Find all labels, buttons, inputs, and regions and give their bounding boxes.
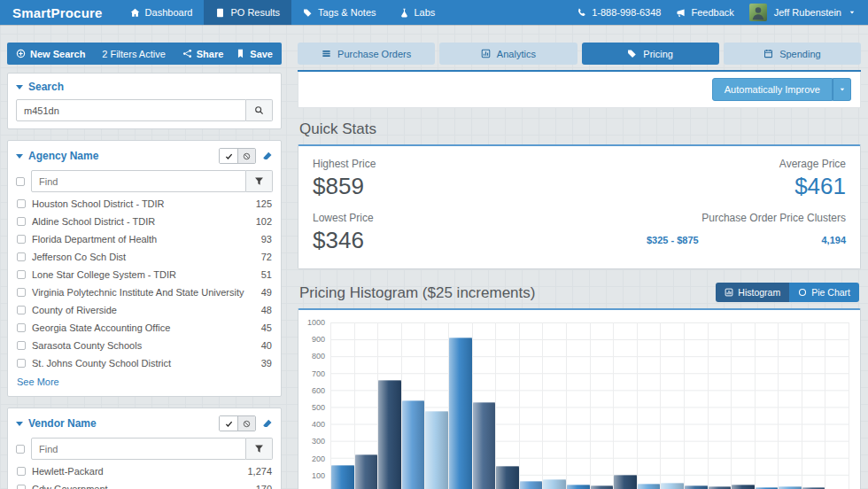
checkbox[interactable] [17, 467, 26, 476]
histogram-bar[interactable] [331, 465, 354, 489]
checkbox[interactable] [17, 341, 26, 350]
tab-spending[interactable]: Spending [724, 43, 861, 65]
checkbox[interactable] [17, 235, 26, 244]
histogram-bar-slot [567, 322, 591, 489]
list-item-count: 170 [256, 484, 272, 489]
list-item[interactable]: Houston School District - TDIR125 [16, 195, 273, 213]
share-label: Share [197, 49, 224, 59]
highest-price-stat: Highest Price $859 [313, 158, 579, 200]
checkbox[interactable] [17, 359, 26, 368]
agency-section-toggle[interactable]: Agency Name [16, 150, 98, 162]
new-search-button[interactable]: New Search [16, 49, 85, 59]
search-section-toggle[interactable]: Search [16, 81, 273, 93]
histogram-bar-slot [355, 322, 379, 489]
checkbox[interactable] [17, 288, 26, 297]
checkbox[interactable] [17, 217, 26, 226]
vendor-list: Hewlett-Packard1,274Cdw Government170Ele… [16, 462, 273, 489]
share-button[interactable]: Share [182, 49, 224, 59]
exclude-filter-button[interactable] [237, 149, 255, 163]
search-input[interactable] [16, 99, 246, 121]
histogram-bar[interactable] [496, 466, 519, 489]
checkbox[interactable] [17, 306, 26, 314]
list-item-name: Houston School District - TDIR [32, 198, 250, 209]
automatically-improve-button[interactable]: Automatically Improve [712, 78, 833, 101]
histogram-bar[interactable] [520, 481, 543, 489]
page-content: New Search 2 Filters Active Share Save S… [0, 25, 868, 489]
agency-see-more-link[interactable]: See More [16, 372, 60, 388]
histogram-bar[interactable] [591, 485, 614, 489]
list-item-name: Cdw Government [32, 484, 250, 489]
agency-filter-button[interactable] [246, 170, 273, 192]
checkbox[interactable] [17, 485, 26, 489]
histogram-bar-slot [591, 322, 615, 489]
phone-link[interactable]: 1-888-998-6348 [577, 7, 661, 18]
histogram-bar[interactable] [661, 483, 684, 489]
list-item-count: 39 [261, 358, 272, 369]
vendor-find-input[interactable] [31, 438, 246, 460]
y-axis: 01002003004005006007008009001000 [304, 322, 330, 489]
vendor-filter-button[interactable] [246, 438, 273, 460]
checkbox[interactable] [17, 323, 26, 332]
nav-item-labs[interactable]: Labs [388, 0, 447, 25]
histogram-bar[interactable] [685, 485, 708, 489]
tab-pricing[interactable]: Pricing [582, 43, 719, 65]
nav-item-label: Tags & Notes [318, 7, 376, 18]
checkbox[interactable] [17, 199, 26, 208]
histogram-bar[interactable] [638, 484, 661, 489]
list-item[interactable]: County of Riverside48 [16, 301, 273, 319]
nav-item-po-results[interactable]: PO Results [204, 0, 291, 25]
list-item[interactable]: Jefferson Co Sch Dist72 [16, 248, 273, 266]
average-price-value: $461 [579, 173, 846, 200]
book-icon [215, 8, 225, 18]
histogram-bar[interactable] [473, 402, 496, 489]
user-menu[interactable]: Jeff Rubenstein [749, 4, 856, 21]
histogram-bar[interactable] [614, 475, 637, 489]
histogram-bar-slot [756, 322, 779, 489]
feedback-link[interactable]: Feedback [676, 7, 733, 18]
include-filter-button[interactable] [220, 416, 237, 431]
select-all-checkbox[interactable] [16, 445, 25, 454]
price-clusters-range-link[interactable]: $325 - $875 [647, 235, 699, 245]
list-item[interactable]: Aldine School District - TDIR102 [16, 213, 273, 230]
nav-item-tags-notes[interactable]: Tags & Notes [291, 0, 387, 25]
filter-sidebar: New Search 2 Filters Active Share Save S… [7, 43, 282, 489]
clear-filter-button[interactable] [262, 418, 273, 429]
price-clusters-count: 4,194 [821, 235, 846, 245]
checkbox[interactable] [17, 252, 26, 261]
pie-chart-view-button[interactable]: Pie Chart [789, 283, 859, 302]
collapse-caret-icon [16, 85, 23, 89]
histogram-bar-slot [402, 322, 426, 489]
histogram-bar[interactable] [449, 338, 472, 489]
histogram-bar[interactable] [378, 380, 401, 489]
select-all-checkbox[interactable] [16, 177, 25, 186]
histogram-bar[interactable] [355, 454, 378, 489]
histogram-bar[interactable] [732, 485, 755, 489]
list-item[interactable]: Sarasota County Schools40 [16, 337, 273, 354]
exclude-filter-button[interactable] [237, 416, 255, 431]
vendor-section-toggle[interactable]: Vendor Name [16, 417, 97, 430]
histogram-bar[interactable] [425, 411, 448, 489]
brand-logo[interactable]: SmartProcure [0, 0, 119, 25]
list-item[interactable]: Lone Star College System - TDIR51 [16, 266, 273, 283]
histogram-bar[interactable] [567, 485, 590, 489]
agency-find-input[interactable] [31, 170, 246, 192]
list-item[interactable]: Cdw Government170 [16, 480, 273, 489]
save-button[interactable]: Save [236, 49, 273, 59]
nav-item-dashboard[interactable]: Dashboard [119, 0, 205, 25]
histogram-view-button[interactable]: Histogram [716, 283, 789, 302]
tab-analytics[interactable]: Analytics [439, 43, 577, 65]
list-item[interactable]: Virginia Polytechnic Institute And State… [16, 283, 273, 301]
list-item[interactable]: Florida Department of Health93 [16, 230, 273, 248]
improve-dropdown-button[interactable] [833, 78, 851, 101]
histogram-bar-slot [449, 322, 473, 489]
checkbox[interactable] [17, 270, 26, 279]
list-item[interactable]: St. Johns County School District39 [16, 354, 273, 372]
list-item[interactable]: Georgia State Accounting Office45 [16, 319, 273, 337]
histogram-bar[interactable] [402, 400, 425, 489]
search-submit-button[interactable] [246, 99, 273, 121]
clear-filter-button[interactable] [262, 151, 273, 161]
histogram-bar[interactable] [543, 479, 566, 489]
list-item[interactable]: Hewlett-Packard1,274 [16, 462, 273, 480]
include-filter-button[interactable] [220, 149, 237, 163]
tab-purchase-orders[interactable]: Purchase Orders [298, 43, 435, 65]
